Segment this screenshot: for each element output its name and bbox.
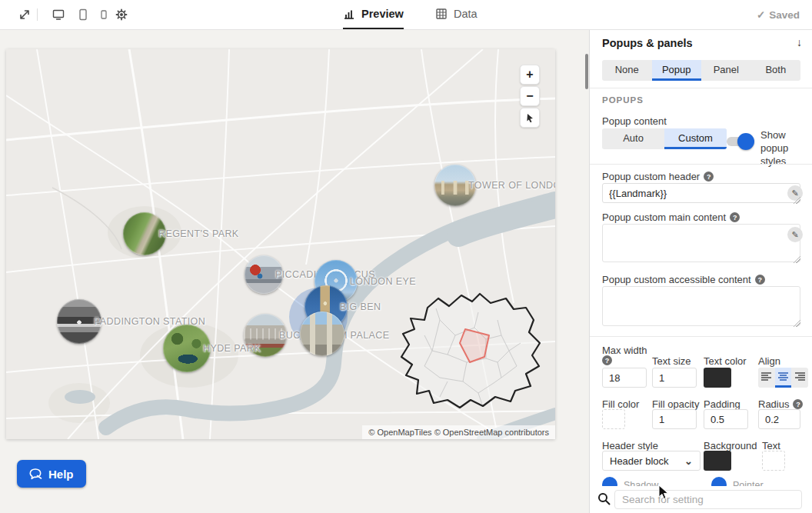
app-window: Preview Data ✓ Saved [0,0,812,513]
popup-content-label: Popup content [602,115,667,127]
panel-scrollbar[interactable] [585,54,588,89]
marker-label: HYDE PARK [203,343,261,354]
marker-layer: REGENT'S PARKTOWER OF LONDONPADDINGTON S… [6,49,555,439]
resize-handle-icon[interactable] [794,320,800,327]
divider [590,164,812,165]
radius-input[interactable] [758,409,800,429]
align-right-icon [795,372,805,381]
popup-content-tabs: Auto Custom [602,128,727,149]
check-icon: ✓ [757,8,765,21]
pointer-toggle[interactable] [711,477,727,486]
reset-view-button[interactable] [520,108,540,128]
westminster-abbey-photo [300,311,344,356]
header-style-select[interactable]: Header block ⌄ [602,451,701,471]
divider [590,336,812,337]
help-tooltip-icon[interactable]: ? [755,275,765,285]
saved-status: ✓ Saved [757,8,800,21]
align-center-button[interactable] [775,368,791,388]
toolbar-divider [37,8,38,21]
text-color-light-swatch[interactable] [762,451,785,471]
background-color-swatch[interactable] [704,451,731,471]
help-tooltip-icon[interactable]: ? [704,172,714,182]
radius-label-text: Radius [758,398,789,410]
content-tab-auto[interactable]: Auto [602,128,664,149]
collapse-panel-icon[interactable]: ↓ [797,36,802,48]
zoom-out-button[interactable]: − [520,86,540,106]
expand-icon[interactable] [18,8,31,21]
popup-custom-main-textarea[interactable] [602,224,800,262]
marker-label: REGENT'S PARK [158,228,239,239]
map-marker-westminster-abbey[interactable] [300,311,344,356]
desktop-icon[interactable] [52,8,65,21]
header-style-value: Header block [610,455,669,467]
align-buttons [758,368,808,388]
panel-title: Popups & panels [602,37,693,49]
search-icon [597,492,611,505]
marker-label: BIG BEN [340,301,381,312]
padding-input[interactable] [704,409,748,429]
popup-custom-accessible-textarea[interactable] [602,286,800,326]
top-toolbar: Preview Data ✓ Saved [0,0,812,30]
align-left-icon [761,372,771,381]
text-color-swatch[interactable] [704,368,731,388]
chat-bubble-icon [29,468,42,480]
mode-tab-both[interactable]: Both [751,60,801,81]
popup-mode-tabs: None Popup Panel Both [602,60,800,81]
shadow-toggle-label: Shadow [624,480,658,486]
help-tooltip-icon[interactable]: ? [730,212,740,222]
map-attribution: © OpenMapTiles © OpenStreetMap contribut… [362,425,555,439]
map-marker-piccadilly-circus[interactable]: PICCADILLY CIRCUS [245,255,283,294]
marker-label: TOWER OF LONDON [468,180,555,191]
text-color-label: Text color [704,355,747,367]
resize-handle-icon[interactable] [794,256,800,263]
show-popup-styles-toggle-knob[interactable] [737,133,754,150]
partial-toggle-row: Shadow Pointer [590,474,812,486]
fill-color-label: Fill color [602,398,639,410]
tab-data-label: Data [454,8,478,20]
header-style-label: Header style [602,440,658,451]
max-width-input[interactable] [602,368,647,388]
zoom-in-button[interactable]: + [520,65,540,85]
fill-color-swatch[interactable] [602,409,625,429]
map-marker-tower-of-london[interactable]: TOWER OF LONDON [434,165,476,206]
mode-tab-none[interactable]: None [602,60,652,81]
chart-icon [343,8,355,20]
mode-tab-popup[interactable]: Popup [652,60,702,81]
help-tooltip-icon[interactable]: ? [602,355,612,365]
search-settings-input[interactable] [614,490,802,509]
map-marker-regents-park[interactable]: REGENT'S PARK [123,212,166,255]
fill-opacity-input[interactable] [652,409,697,429]
text-label: Text [762,440,780,451]
help-button[interactable]: Help [17,460,86,488]
mode-tab-panel[interactable]: Panel [701,60,751,81]
map-preview-card: REGENT'S PARKTOWER OF LONDONPADDINGTON S… [6,49,555,439]
edit-pencil-icon[interactable]: ✎ [787,227,803,242]
map-marker-paddington-station[interactable]: PADDINGTON STATION [57,299,102,344]
help-tooltip-icon[interactable]: ? [793,399,803,409]
shadow-toggle[interactable] [602,477,617,486]
map-marker-hyde-park[interactable]: HYDE PARK [163,325,211,372]
max-width-label: Max width [602,345,647,356]
tab-preview[interactable]: Preview [343,0,404,29]
show-popup-styles-label: Show popup styles [760,129,812,168]
tablet-icon[interactable] [77,8,89,21]
popup-custom-accessible-label: Popup custom accessible content ? [602,274,765,285]
tab-data[interactable]: Data [435,0,478,28]
pointer-toggle-label: Pointer [733,480,764,486]
popup-custom-header-input[interactable] [602,183,800,203]
popup-custom-header-text: Popup custom header [602,171,700,182]
align-left-button[interactable] [758,368,774,388]
phone-icon[interactable] [98,8,110,21]
grid-icon [435,8,448,20]
fill-opacity-label: Fill opacity [652,398,699,410]
align-label: Align [758,355,780,367]
marker-label: LONDON EYE [350,276,416,287]
content-tab-custom[interactable]: Custom [664,128,727,149]
text-size-label: Text size [652,355,691,367]
align-right-button[interactable] [792,368,808,388]
resize-handle-icon[interactable] [794,197,800,204]
radius-label: Radius ? [758,398,803,410]
padding-label: Padding [704,398,740,410]
gear-icon[interactable] [115,8,128,21]
text-size-input[interactable] [652,368,697,388]
